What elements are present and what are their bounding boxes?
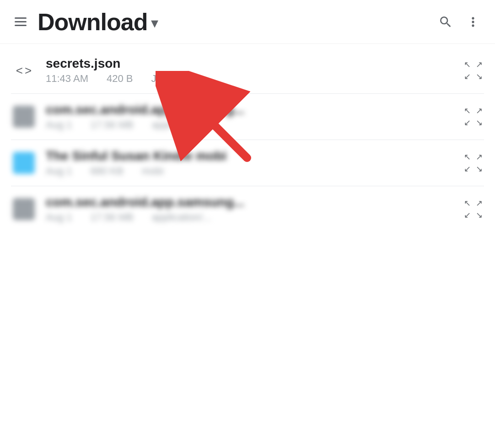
file-icon-code: < >	[11, 58, 37, 83]
file-icon-gray	[11, 104, 37, 130]
file-time: Aug 1	[46, 119, 72, 131]
expand-button[interactable]: ↖ ↗ ↙ ↘	[462, 59, 484, 81]
file-icon-gray	[11, 196, 37, 222]
list-item[interactable]: com.sec.android.app.samsung... Aug 1 17.…	[0, 94, 495, 140]
file-info: The Sinful Susan Kindle mobi Aug 1 680 K…	[46, 149, 455, 177]
file-size: 420 B	[107, 73, 133, 85]
file-icon-blue	[11, 150, 37, 176]
file-type: application/...	[152, 211, 211, 223]
file-size: 17.56 MB	[91, 211, 134, 223]
search-icon	[438, 15, 453, 29]
expand-arrow-br: ↘	[474, 164, 484, 174]
expand-arrow-tr: ↗	[474, 106, 484, 116]
file-time: Aug 1	[46, 165, 72, 177]
expand-arrow-bl: ↙	[462, 118, 472, 128]
chevron-left-icon: <	[16, 64, 23, 78]
expand-arrow-bl: ↙	[462, 210, 472, 220]
file-info: secrets.json 11:43 AM 420 B JSON doc...	[46, 56, 455, 85]
expand-button[interactable]: ↖ ↗ ↙ ↘	[462, 106, 484, 128]
more-vertical-icon	[466, 15, 480, 29]
list-item[interactable]: com.sec.android.app.samsung... Aug 1 17.…	[0, 186, 495, 232]
app-header: Download ▾	[0, 0, 495, 44]
file-info: com.sec.android.app.samsung... Aug 1 17.…	[46, 195, 455, 223]
file-type: mobi	[142, 165, 164, 177]
expand-button[interactable]: ↖ ↗ ↙ ↘	[462, 198, 484, 220]
header-actions	[435, 11, 484, 33]
expand-arrow-tl: ↖	[462, 198, 472, 208]
file-meta: Aug 1 17.56 MB application/...	[46, 119, 455, 131]
chevron-down-icon[interactable]: ▾	[151, 14, 158, 32]
file-type: application/...	[152, 119, 211, 131]
file-size: 17.56 MB	[91, 119, 134, 131]
file-name: The Sinful Susan Kindle mobi	[46, 149, 455, 163]
title-group: Download ▾	[38, 8, 435, 36]
list-item[interactable]: The Sinful Susan Kindle mobi Aug 1 680 K…	[0, 140, 495, 186]
menu-button[interactable]	[11, 14, 30, 30]
file-name: secrets.json	[46, 56, 455, 71]
list-item[interactable]: < > secrets.json 11:43 AM 420 B JSON doc…	[0, 48, 495, 93]
file-info: com.sec.android.app.samsung... Aug 1 17.…	[46, 103, 455, 131]
file-name: com.sec.android.app.samsung...	[46, 195, 455, 210]
expand-button[interactable]: ↖ ↗ ↙ ↘	[462, 152, 484, 174]
search-button[interactable]	[435, 11, 457, 33]
expand-arrow-bl: ↙	[462, 164, 472, 174]
file-time: 11:43 AM	[46, 73, 88, 85]
file-name: com.sec.android.app.samsung...	[46, 103, 455, 117]
file-list: < > secrets.json 11:43 AM 420 B JSON doc…	[0, 44, 495, 236]
file-time: Aug 1	[46, 211, 72, 223]
more-options-button[interactable]	[462, 11, 484, 33]
expand-arrow-tr: ↗	[474, 152, 484, 162]
file-size: 680 KB	[91, 165, 124, 177]
expand-arrow-tl: ↖	[462, 106, 472, 116]
file-type: JSON doc...	[151, 73, 205, 85]
expand-arrow-br: ↘	[474, 71, 484, 81]
page-title: Download	[38, 8, 147, 36]
expand-arrow-tl: ↖	[462, 59, 472, 70]
expand-arrow-tl: ↖	[462, 152, 472, 162]
expand-arrow-tr: ↗	[474, 59, 484, 70]
file-meta: Aug 1 680 KB mobi	[46, 165, 455, 177]
file-meta: Aug 1 17.56 MB application/...	[46, 211, 455, 223]
chevron-right-icon: >	[25, 64, 32, 78]
expand-arrow-tr: ↗	[474, 198, 484, 208]
expand-arrow-br: ↘	[474, 210, 484, 220]
file-meta: 11:43 AM 420 B JSON doc...	[46, 73, 455, 85]
expand-arrow-bl: ↙	[462, 71, 472, 81]
expand-arrow-br: ↘	[474, 118, 484, 128]
